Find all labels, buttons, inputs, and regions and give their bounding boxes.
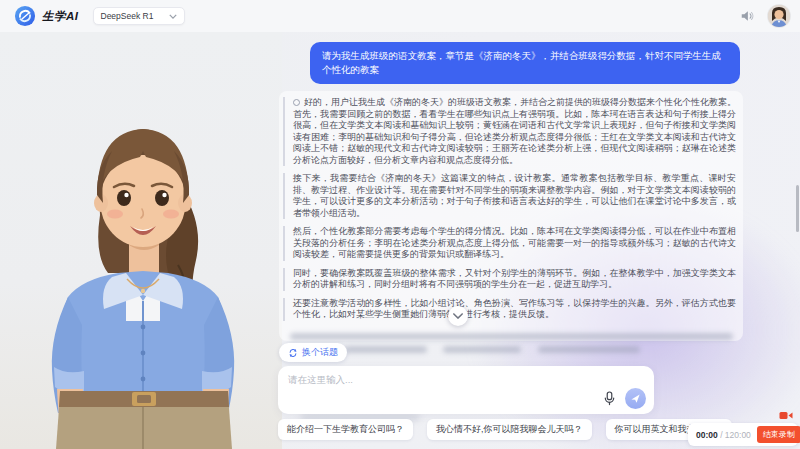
user-message-bubble: 请为我生成班级的语文教案，章节是《济南的冬天》，并结合班级得分数据，针对不同学生… (310, 42, 740, 84)
thinking-paragraph: 然后，个性化教案部分需要考虑每个学生的得分情况。比如，陈本珂在文学类阅读得分低，… (283, 226, 736, 261)
change-topic-label: 换个话题 (302, 346, 338, 359)
record-camera-icon (779, 410, 793, 421)
recording-panel: 00:00 / 120:00 结束录制 (688, 423, 798, 446)
composer-actions (601, 388, 646, 409)
virtual-teacher-scene (0, 32, 282, 449)
assistant-thinking-block: 好的，用户让我生成《济南的冬天》的班级语文教案，并结合之前提供的班级得分数据来个… (283, 97, 736, 328)
speaker-icon[interactable] (738, 7, 756, 25)
thinking-paragraph: 接下来，我需要结合《济南的冬天》这篇课文的特点，设计教案。通常教案包括教学目标、… (283, 173, 736, 219)
timer-total: / 120:00 (720, 430, 751, 440)
thinking-paragraph: 同时，要确保教案既覆盖班级的整体需求，又针对个别学生的薄弱环节。例如，在整体教学… (283, 268, 736, 291)
scrollbar-thumb[interactable] (796, 185, 799, 232)
thinking-icon (293, 99, 300, 106)
stop-recording-button[interactable]: 结束录制 (757, 426, 800, 443)
chevron-down-icon (453, 313, 463, 319)
refresh-icon (288, 348, 298, 358)
user-avatar[interactable] (768, 5, 790, 27)
message-input[interactable] (278, 366, 654, 414)
chevron-down-icon (169, 14, 177, 19)
brand-name: 生学AI (42, 9, 79, 24)
timer-elapsed: 00:00 (696, 430, 718, 440)
suggestion-chip[interactable]: 我心情不好,你可以陪我聊会儿天吗？ (427, 419, 592, 440)
thinking-text: 好的，用户让我生成《济南的冬天》的班级语文教案，并结合之前提供的班级得分数据来个… (293, 97, 736, 165)
suggestion-chip[interactable]: 能介绍一下生学教育公司吗？ (278, 419, 413, 440)
expand-thinking-button[interactable] (448, 306, 468, 326)
app-window: 生学AI DeepSeek R1 (0, 0, 800, 449)
blurred-text-line (538, 346, 640, 353)
virtual-teacher-avatar (0, 95, 282, 449)
change-topic-button[interactable]: 换个话题 (279, 343, 347, 362)
send-button[interactable] (625, 388, 646, 409)
blurred-text-line (345, 346, 427, 353)
header-actions (738, 5, 790, 27)
brand-logo-icon (14, 5, 36, 27)
blurred-text-line (290, 333, 733, 340)
thinking-paragraph: 好的，用户让我生成《济南的冬天》的班级语文教案，并结合之前提供的班级得分数据来个… (283, 97, 736, 166)
recording-timer: 00:00 / 120:00 (696, 430, 751, 440)
thinking-paragraph: 还要注意教学活动的多样性，比如小组讨论、角色扮演、写作练习等，以保持学生的兴趣。… (283, 298, 736, 321)
top-bar: 生学AI DeepSeek R1 (0, 0, 800, 32)
suggestion-chips: 能介绍一下生学教育公司吗？ 我心情不好,你可以陪我聊会儿天吗？ 你可以用英文和我… (278, 419, 732, 440)
message-composer (278, 366, 654, 414)
microphone-icon[interactable] (601, 391, 617, 407)
model-selector[interactable]: DeepSeek R1 (93, 7, 186, 25)
blurred-text-line (443, 346, 521, 353)
model-selector-value: DeepSeek R1 (101, 11, 154, 21)
paper-plane-icon (630, 393, 641, 404)
